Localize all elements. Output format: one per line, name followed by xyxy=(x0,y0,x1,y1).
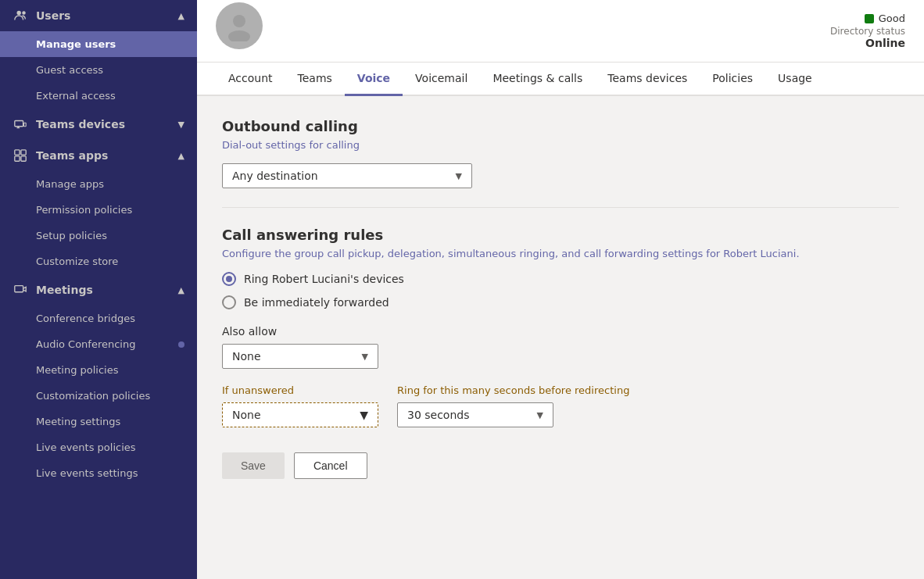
svg-rect-5 xyxy=(21,150,26,155)
meetings-icon xyxy=(13,282,28,298)
radio-ring-devices-circle xyxy=(222,272,236,286)
sidebar-item-live-events-policies[interactable]: Live events policies xyxy=(0,434,197,460)
sidebar-item-customization-policies[interactable]: Customization policies xyxy=(0,383,197,409)
sidebar-section-label-users: Users xyxy=(36,9,70,22)
svg-point-9 xyxy=(233,15,245,27)
tab-voicemail[interactable]: Voicemail xyxy=(403,63,480,96)
if-unanswered-label: If unanswered xyxy=(222,384,378,396)
call-answering-desc: Configure the group call pickup, delegat… xyxy=(222,248,899,259)
avatar xyxy=(216,2,263,49)
sidebar-section-label-devices: Teams devices xyxy=(36,118,125,130)
tab-account[interactable]: Account xyxy=(216,63,285,96)
sidebar-item-permission-policies[interactable]: Permission policies xyxy=(0,197,197,223)
radio-ring-devices-label: Ring Robert Luciani's devices xyxy=(244,273,404,285)
sidebar: Users ▲ Manage users Guest access Extern… xyxy=(0,0,197,579)
teams-apps-icon xyxy=(13,148,28,163)
tab-teams-devices[interactable]: Teams devices xyxy=(595,63,700,96)
save-button[interactable]: Save xyxy=(222,452,285,479)
sidebar-section-meetings[interactable]: Meetings ▲ xyxy=(0,274,197,306)
directory-status-area: Directory status Online xyxy=(830,26,905,49)
teams-devices-icon xyxy=(13,116,28,132)
svg-rect-3 xyxy=(24,123,27,127)
unanswered-fields: If unanswered None ▼ Ring for this many … xyxy=(222,384,899,427)
chevron-down-icon: ▼ xyxy=(178,120,184,130)
svg-point-1 xyxy=(22,11,26,15)
outbound-calling-title: Outbound calling xyxy=(222,118,899,134)
sidebar-item-external-access[interactable]: External access xyxy=(0,83,197,109)
if-unanswered-value: None xyxy=(232,409,261,421)
sidebar-section-teams-devices[interactable]: Teams devices ▼ xyxy=(0,109,197,140)
svg-rect-4 xyxy=(15,150,20,155)
sidebar-item-audio-conferencing[interactable]: Audio Conferencing xyxy=(0,331,197,357)
user-card: Directory status Online Good xyxy=(197,0,924,63)
ring-seconds-chevron: ▼ xyxy=(537,410,543,420)
dial-out-chevron: ▼ xyxy=(456,171,462,181)
action-buttons: Save Cancel xyxy=(222,452,899,479)
dial-out-dropdown[interactable]: Any destination ▼ xyxy=(222,163,472,188)
svg-rect-2 xyxy=(15,121,23,127)
ring-seconds-field: Ring for this many seconds before redire… xyxy=(397,384,629,427)
svg-rect-7 xyxy=(21,156,26,161)
good-dot xyxy=(865,14,874,23)
tab-policies[interactable]: Policies xyxy=(700,63,765,96)
radio-group: Ring Robert Luciani's devices Be immedia… xyxy=(222,272,899,309)
svg-rect-6 xyxy=(15,156,20,161)
sidebar-item-conference-bridges[interactable]: Conference bridges xyxy=(0,306,197,331)
chevron-up-icon: ▲ xyxy=(178,11,184,21)
sidebar-section-users[interactable]: Users ▲ xyxy=(0,0,197,31)
tab-voice[interactable]: Voice xyxy=(345,63,403,96)
sidebar-section-teams-apps[interactable]: Teams apps ▲ xyxy=(0,140,197,171)
tab-usage[interactable]: Usage xyxy=(765,63,825,96)
svg-rect-8 xyxy=(15,286,23,292)
if-unanswered-dropdown[interactable]: None ▼ xyxy=(222,402,378,427)
voice-content: Outbound calling Dial-out settings for c… xyxy=(197,96,924,579)
divider-1 xyxy=(222,207,899,208)
sidebar-item-live-events-settings[interactable]: Live events settings xyxy=(0,460,197,486)
tab-meetings-calls[interactable]: Meetings & calls xyxy=(480,63,595,96)
audio-conferencing-label: Audio Conferencing xyxy=(36,338,135,350)
also-allow-chevron: ▼ xyxy=(362,352,368,362)
chevron-up-icon-3: ▲ xyxy=(178,285,184,295)
cancel-button[interactable]: Cancel xyxy=(294,452,367,479)
good-badge: Good xyxy=(865,13,905,24)
chevron-up-icon-2: ▲ xyxy=(178,151,184,161)
sidebar-section-label-meetings: Meetings xyxy=(36,284,93,296)
if-unanswered-chevron: ▼ xyxy=(360,409,368,421)
sidebar-item-manage-apps[interactable]: Manage apps xyxy=(0,171,197,197)
outbound-calling-subtitle: Dial-out settings for calling xyxy=(222,139,899,151)
ring-seconds-dropdown[interactable]: 30 seconds ▼ xyxy=(397,402,553,427)
radio-forward-label: Be immediately forwarded xyxy=(244,296,389,309)
directory-status-label: Directory status xyxy=(830,26,905,37)
svg-point-0 xyxy=(17,11,21,15)
main-content: Directory status Online Good Account Tea… xyxy=(197,0,924,579)
radio-ring-devices[interactable]: Ring Robert Luciani's devices xyxy=(222,272,899,286)
radio-forward[interactable]: Be immediately forwarded xyxy=(222,295,899,309)
ring-seconds-label: Ring for this many seconds before redire… xyxy=(397,384,629,396)
svg-point-10 xyxy=(228,30,250,41)
radio-forward-circle xyxy=(222,295,236,309)
sidebar-item-customize-store[interactable]: Customize store xyxy=(0,248,197,274)
good-label: Good xyxy=(879,13,905,24)
sidebar-item-guest-access[interactable]: Guest access xyxy=(0,57,197,83)
notification-dot xyxy=(178,341,184,348)
call-answering-title: Call answering rules xyxy=(222,227,899,243)
tab-teams[interactable]: Teams xyxy=(285,63,345,96)
sidebar-item-meeting-settings[interactable]: Meeting settings xyxy=(0,409,197,434)
sidebar-item-meeting-policies[interactable]: Meeting policies xyxy=(0,357,197,383)
sidebar-item-setup-policies[interactable]: Setup policies xyxy=(0,223,197,248)
dial-out-value: Any destination xyxy=(232,170,318,182)
directory-status-value: Online xyxy=(830,37,905,49)
tabs-bar: Account Teams Voice Voicemail Meetings &… xyxy=(197,63,924,96)
sidebar-item-manage-users[interactable]: Manage users xyxy=(0,31,197,57)
also-allow-label: Also allow xyxy=(222,325,899,338)
also-allow-dropdown[interactable]: None ▼ xyxy=(222,344,378,369)
users-icon xyxy=(13,8,28,23)
ring-seconds-value: 30 seconds xyxy=(407,409,470,421)
also-allow-value: None xyxy=(232,350,261,363)
if-unanswered-field: If unanswered None ▼ xyxy=(222,384,378,427)
sidebar-section-label-apps: Teams apps xyxy=(36,149,108,162)
